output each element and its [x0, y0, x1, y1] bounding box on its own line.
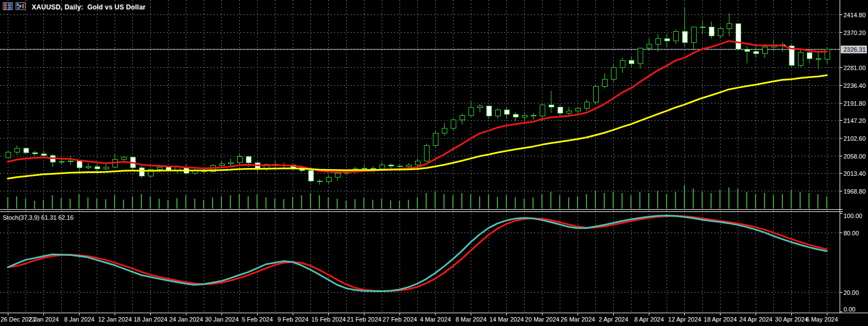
volume-bar: [657, 191, 658, 209]
volume-bar: [390, 200, 391, 209]
candle: [139, 166, 144, 178]
volume-bar: [648, 193, 649, 209]
volume-bar: [16, 196, 17, 209]
volume-bar: [782, 194, 783, 209]
chart-canvas[interactable]: 2414.802370.202281.002236.402191.802147.…: [0, 0, 868, 326]
volume-bar: [141, 194, 142, 209]
volume-bar: [613, 192, 614, 209]
volume-bar: [34, 201, 35, 209]
price-axis-label: 2191.80: [844, 100, 866, 107]
price-axis-label: 2102.60: [844, 135, 866, 142]
chart-window[interactable]: 2414.802370.202281.002236.402191.802147.…: [0, 0, 868, 326]
volume-bar: [479, 196, 480, 209]
volume-bar: [524, 199, 525, 209]
volume-bar: [96, 199, 97, 209]
volume-bar: [532, 197, 534, 209]
volume-bar: [328, 197, 329, 209]
volume-bar: [470, 194, 471, 209]
volume-bar: [435, 192, 436, 209]
volume-bar: [808, 193, 810, 209]
volume-bar: [826, 196, 827, 209]
volume-bar: [452, 195, 453, 209]
volume-bar: [630, 195, 632, 209]
volume-bar: [25, 199, 26, 209]
volume-bar: [52, 195, 53, 209]
volume-bar: [61, 198, 62, 209]
time-axis-label: 24 Jan 2024: [169, 316, 203, 323]
volume-bar: [488, 195, 489, 209]
candle: [424, 144, 429, 162]
volume-bar: [506, 195, 507, 209]
volume-bar: [132, 196, 133, 209]
volume-bar: [221, 196, 222, 209]
volume-bar: [70, 199, 71, 209]
time-axis-label: 12 Apr 2024: [668, 316, 701, 323]
volume-bar: [346, 201, 347, 209]
volume-bar: [791, 190, 792, 209]
volume-bar: [800, 192, 801, 209]
volume-bar: [301, 195, 302, 209]
volume-bar: [283, 199, 284, 209]
volume-bar: [773, 195, 774, 209]
time-axis-label: 15 Feb 2024: [312, 316, 346, 323]
volume-bar: [746, 192, 747, 209]
volume-bar: [541, 194, 542, 209]
volume-bar: [639, 192, 640, 209]
volume-bar: [105, 199, 106, 209]
volume-bar: [417, 197, 418, 209]
time-axis-label: 18 Jan 2024: [134, 316, 167, 323]
candle: [6, 151, 11, 159]
price-axis-label: 2013.40: [844, 170, 866, 177]
volume-bar: [550, 192, 551, 209]
time-axis-label: 12 Jan 2024: [98, 316, 132, 323]
stoch-axis-label: 20.00: [844, 289, 859, 296]
volume-bar: [577, 196, 578, 209]
volume-bar: [310, 193, 311, 209]
candle: [451, 118, 456, 130]
time-axis-label: 30 Jan 2024: [205, 316, 239, 323]
volume-bar: [194, 199, 195, 209]
time-axis-label: 27 Feb 2024: [383, 316, 417, 323]
volume-bar: [167, 200, 169, 209]
candle: [736, 23, 741, 50]
price-axis-label: 2370.20: [844, 29, 866, 36]
volume-bar: [265, 197, 267, 209]
stoch-axis-label: 80.00: [844, 230, 859, 236]
time-axis-label: 21 Feb 2024: [347, 316, 382, 323]
chart-window-icon[interactable]: [16, 2, 26, 12]
volume-bar: [568, 197, 569, 209]
volume-bar: [719, 190, 721, 209]
volume-bar: [497, 197, 498, 209]
volume-bar: [176, 198, 177, 209]
volume-bar: [292, 197, 293, 209]
time-axis-label: 4 Mar 2024: [420, 316, 451, 323]
volume-bar: [408, 200, 409, 209]
volume-bar: [764, 193, 765, 209]
time-axis-label: 2 Apr 2024: [599, 316, 628, 323]
volume-bar: [426, 193, 427, 209]
time-axis-label: 8 Jan 2024: [64, 316, 94, 323]
time-axis-label: 8 Mar 2024: [456, 316, 487, 323]
volume-bar: [87, 197, 88, 209]
volume-bar: [354, 199, 356, 209]
price-axis-label: 2058.00: [844, 153, 866, 160]
time-axis-label: 5 Feb 2024: [242, 316, 273, 323]
volume-bar: [114, 195, 115, 209]
quotes-window-icon[interactable]: [3, 2, 13, 12]
volume-bar: [78, 194, 80, 209]
volume-bar: [248, 196, 249, 209]
chart-title: XAUUSD, Daily: Gold vs US Dollar: [32, 3, 146, 11]
price-axis-label: 2281.00: [844, 65, 866, 71]
volume-bar: [666, 194, 667, 209]
volume-bar: [711, 193, 712, 209]
volume-bar: [817, 194, 818, 209]
volume-bar: [203, 200, 204, 209]
volume-bar: [257, 195, 258, 209]
time-axis-label: 2 Jan 2024: [28, 316, 58, 323]
volume-bar: [185, 195, 186, 209]
time-axis-label: 20 Mar 2024: [525, 316, 560, 323]
volume-bar: [274, 199, 275, 209]
volume-bar: [559, 195, 560, 209]
volume-bar: [684, 185, 685, 209]
price-axis-label: 1968.80: [844, 188, 866, 195]
